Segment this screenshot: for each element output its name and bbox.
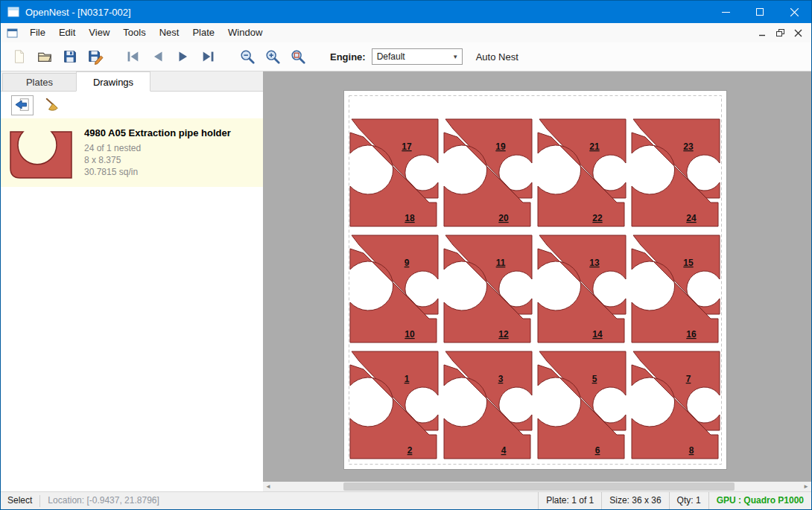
broom-icon (44, 98, 60, 112)
open-folder-icon (37, 48, 53, 65)
nest-part-number[interactable]: 8 (689, 445, 694, 456)
mdi-minimize-icon[interactable] (753, 25, 771, 40)
auto-nest-button[interactable]: Auto Nest (476, 51, 518, 63)
status-bar: Select Location: [-0.9437, 21.8796] Plat… (1, 491, 811, 509)
engine-value: Default (372, 51, 449, 62)
zoom-in-button[interactable] (260, 45, 285, 68)
nest-part-number[interactable]: 1 (405, 374, 410, 384)
mdi-restore-icon[interactable] (771, 25, 789, 40)
menu-window[interactable]: Window (221, 23, 269, 42)
app-window: OpenNest - [N0317-002] File Edit View To… (0, 0, 812, 510)
previous-plate-button[interactable] (145, 45, 171, 68)
tab-strip: Plates Drawings (1, 71, 263, 92)
next-arrow-icon (175, 48, 191, 65)
title-bar: OpenNest - [N0317-002] (1, 1, 811, 23)
menu-view[interactable]: View (82, 23, 116, 42)
nest-part-number[interactable]: 14 (592, 329, 603, 340)
nest-part-number[interactable]: 24 (686, 213, 697, 223)
engine-select[interactable]: Default ▼ (372, 48, 463, 65)
nest-part-number[interactable]: 10 (405, 329, 415, 340)
save-button[interactable] (57, 45, 83, 68)
scrollbar-thumb[interactable] (343, 482, 735, 491)
nest-part-number[interactable]: 3 (498, 374, 504, 384)
status-qty: Qty: 1 (669, 492, 708, 509)
nest-part-number[interactable]: 7 (686, 374, 691, 384)
zoom-out-button[interactable] (235, 45, 260, 68)
first-arrow-icon (124, 48, 141, 65)
document-icon (7, 28, 19, 39)
save-icon (62, 48, 78, 65)
nest-part-number[interactable]: 15 (683, 258, 694, 268)
maximize-button[interactable] (743, 1, 777, 23)
nest-part-number[interactable]: 13 (589, 258, 600, 268)
next-plate-button[interactable] (171, 45, 196, 68)
clear-drawings-button[interactable] (41, 95, 63, 115)
status-size: Size: 36 x 36 (601, 492, 668, 509)
drawing-list-item[interactable]: 4980 A05 Extraction pipe holder 24 of 1 … (1, 118, 263, 187)
app-icon (7, 7, 19, 17)
nest-part-number[interactable]: 20 (498, 213, 509, 223)
previous-arrow-icon (150, 48, 166, 65)
nest-part-number[interactable]: 16 (686, 329, 697, 340)
close-button[interactable] (777, 1, 811, 23)
zoom-fit-icon (290, 48, 306, 65)
main-toolbar: Engine: Default ▼ Auto Nest (1, 42, 811, 71)
nest-part-number[interactable]: 22 (592, 213, 603, 223)
tab-drawings[interactable]: Drawings (76, 71, 150, 92)
menu-edit[interactable]: Edit (52, 23, 82, 42)
last-plate-button[interactable] (196, 45, 221, 68)
part-thumbnail (8, 124, 74, 181)
drawing-dimensions: 8 x 8.375 (84, 154, 231, 166)
zoom-out-icon (239, 48, 256, 65)
scroll-left-icon[interactable]: ◄ (263, 482, 273, 491)
nest-plate[interactable]: 171819202122232491011121314151612345678 (343, 90, 727, 470)
nest-part-number[interactable]: 21 (589, 141, 600, 152)
first-plate-button[interactable] (120, 45, 145, 68)
status-location: Location: [-0.9437, 21.8796] (40, 492, 166, 509)
nest-part-number[interactable]: 11 (496, 258, 506, 268)
nest-part-number[interactable]: 2 (407, 445, 413, 456)
nest-part-number[interactable]: 23 (683, 141, 694, 152)
save-edit-icon (87, 48, 104, 65)
menu-plate[interactable]: Plate (185, 23, 221, 42)
zoom-in-icon (264, 48, 281, 65)
drawings-list: 4980 A05 Extraction pipe holder 24 of 1 … (1, 118, 263, 491)
nest-part-number[interactable]: 9 (405, 258, 410, 268)
drawings-toolbar (1, 92, 263, 118)
horizontal-scrollbar[interactable]: ◄ ► (263, 482, 811, 491)
last-arrow-icon (200, 48, 217, 65)
open-button[interactable] (32, 45, 57, 68)
nest-part-number[interactable]: 12 (498, 329, 509, 340)
drawing-canvas[interactable]: 171819202122232491011121314151612345678 (263, 71, 811, 482)
new-file-icon (11, 48, 28, 65)
zoom-fit-button[interactable] (285, 45, 311, 68)
nest-part-number[interactable]: 6 (595, 445, 600, 456)
scroll-right-icon[interactable]: ► (801, 482, 811, 491)
import-icon (14, 98, 31, 112)
nest-part-number[interactable]: 19 (495, 141, 506, 152)
drawing-area: 30.7815 sq/in (84, 166, 231, 178)
menu-nest[interactable]: Nest (153, 23, 186, 42)
mdi-close-icon[interactable] (789, 25, 807, 40)
save-plate-button[interactable] (83, 45, 108, 68)
nest-part-number[interactable]: 17 (402, 141, 412, 152)
nest-part-number[interactable]: 5 (592, 374, 597, 384)
drawing-title: 4980 A05 Extraction pipe holder (84, 127, 231, 138)
status-gpu: GPU : Quadro P1000 (708, 492, 811, 509)
chevron-down-icon: ▼ (449, 54, 462, 60)
tab-plates[interactable]: Plates (2, 73, 77, 91)
status-plate: Plate: 1 of 1 (538, 492, 601, 509)
import-drawing-button[interactable] (11, 95, 34, 115)
nest-part-number[interactable]: 4 (501, 445, 507, 456)
left-panel: Plates Drawings (1, 71, 263, 491)
status-mode: Select (1, 492, 39, 509)
new-button[interactable] (7, 45, 32, 68)
window-title: OpenNest - [N0317-002] (25, 7, 131, 18)
engine-label: Engine: (330, 51, 366, 63)
drawing-nested-count: 24 of 1 nested (84, 142, 231, 154)
nest-part-number[interactable]: 18 (405, 213, 415, 223)
menu-tools[interactable]: Tools (116, 23, 152, 42)
minimize-button[interactable] (708, 1, 743, 23)
menu-file[interactable]: File (23, 23, 52, 42)
menu-bar: File Edit View Tools Nest Plate Window (1, 23, 811, 42)
